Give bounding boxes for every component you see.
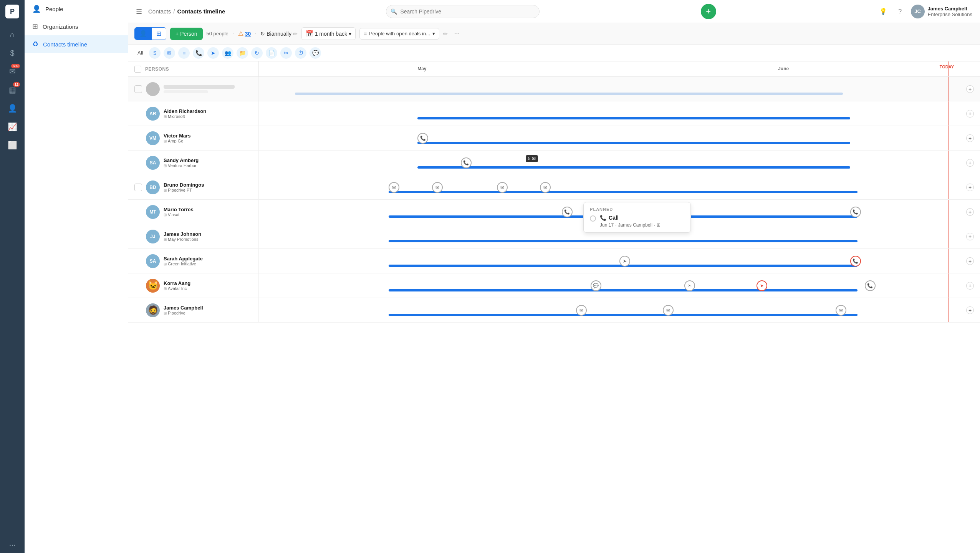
row-checkbox[interactable] [134,184,142,191]
add-row-button[interactable]: + [966,306,974,314]
email-activity-c[interactable]: ✉ [836,305,846,316]
org-name: Pipedrive [168,311,185,315]
person-name[interactable]: Aiden Richardson [164,108,252,114]
sidebar-item-organizations[interactable]: ⊞ Organizations [25,18,128,35]
filter-edit-icon[interactable]: ✏ [443,31,448,37]
today-line [949,101,949,126]
sidebar-item-contacts-timeline[interactable]: ♻ Contacts timeline [25,35,128,53]
add-row-button[interactable]: + [966,159,974,167]
tooltip-title: 📞 Call [600,215,684,221]
row-checkbox[interactable] [134,85,142,93]
add-row-button[interactable]: + [966,134,974,142]
call-activity[interactable]: 📞 [461,157,472,168]
person-name[interactable]: James Johnson [164,231,252,237]
add-row-button[interactable]: + [966,233,974,240]
date-nav-button[interactable]: 📅 1 month back ▾ [301,27,356,40]
person-name[interactable]: James Campbell [164,305,252,311]
add-row-button[interactable]: + [966,208,974,216]
warning-count[interactable]: 30 [245,31,251,37]
box-icon[interactable]: ⬜ [4,137,21,154]
email-activity-3[interactable]: ✉ [497,182,508,193]
home-icon[interactable]: ⌂ [4,26,21,43]
today-line [949,77,949,101]
add-button[interactable]: + [701,4,716,19]
note-filter-button[interactable]: ≡ [178,47,190,59]
org-icon: ⊞ [164,139,167,143]
breadcrumb-parent[interactable]: Contacts [148,8,171,15]
file-filter-button[interactable]: 📁 [237,47,248,59]
tool-activity[interactable]: ✂ [684,280,695,291]
contacts-icon[interactable]: 👤 [4,100,21,117]
person-name[interactable] [164,85,235,89]
person-name[interactable]: Sandy Amberg [164,157,252,163]
breadcrumb: Contacts / Contacts timeline [148,8,225,15]
edit-period-icon[interactable]: ✏ [293,31,298,37]
add-row-button[interactable]: + [966,184,974,191]
doc-filter-button[interactable]: 📄 [266,47,277,59]
header-checkbox[interactable] [134,66,141,73]
person-name[interactable]: Sarah Applegate [164,256,252,262]
meeting-filter-button[interactable]: 👥 [222,47,233,59]
mail-icon[interactable]: ✉ 689 [4,63,21,80]
refresh-filter-button[interactable]: ↻ [251,47,263,59]
filter-all-label[interactable]: All [134,48,146,57]
sidebar-item-people[interactable]: 👤 People [25,0,128,18]
add-icon: + [175,31,179,37]
tool-filter-button[interactable]: ✂ [280,47,292,59]
nav-activity-red[interactable]: ➤ [757,280,767,291]
email-activity-4[interactable]: ✉ [540,182,551,193]
add-row-button[interactable]: + [966,282,974,290]
table-row: 🧔 James Campbell ⊞ Pipedrive ✉ ✉ ✉ [128,298,980,323]
deal-filter-button[interactable]: $ [149,47,161,59]
filter-button[interactable]: ≡ People with open deals in... ▾ [359,28,439,40]
view-grid-button[interactable]: ⊞ [152,28,166,40]
email-activity-a[interactable]: ✉ [576,305,587,316]
person-info: Sarah Applegate ⊞ Green Initiative [164,256,252,266]
nav-activity[interactable]: ➤ [619,256,630,267]
person-name[interactable]: Korra Aang [164,280,252,286]
more-rail-icon[interactable]: ··· [4,536,21,553]
period-button[interactable]: ↻ Biannually ✏ [260,31,298,37]
view-person-button[interactable]: 👤 [135,28,152,40]
email-activity-1[interactable]: ✉ [389,182,399,193]
user-name: James Campbell [928,6,972,12]
person-name[interactable]: Mario Torres [164,207,252,212]
calendar-icon[interactable]: ▦ 12 [4,81,21,98]
chat-activity[interactable]: 💬 [591,280,601,291]
email-activity-b[interactable]: ✉ [663,305,674,316]
add-row-button[interactable]: + [966,257,974,265]
chat-filter-button[interactable]: 💬 [310,47,321,59]
user-info[interactable]: JC James Campbell Enterprise Solutions [911,5,972,18]
nav-filter-button[interactable]: ➤ [207,47,219,59]
email-filter-button[interactable]: ✉ [164,47,175,59]
dollar-icon[interactable]: $ [4,45,21,61]
app-logo[interactable]: P [5,5,19,18]
person-name[interactable]: Victor Mars [164,133,252,139]
add-person-button[interactable]: + Person [170,28,203,40]
email-activity-2[interactable]: ✉ [432,182,443,193]
person-col: SA Sarah Applegate ⊞ Green Initiative [128,249,259,273]
timeline-data: ✉ ✉ ✉ + [259,298,980,322]
call-activity-red[interactable]: 📞 [850,256,861,267]
call-activity-1[interactable]: 📞 [562,207,573,217]
person-name[interactable]: Bruno Domingos [164,182,252,188]
help-icon[interactable]: ? [894,5,906,18]
hamburger-button[interactable]: ☰ [136,7,142,16]
timeline-header: PERSONS May June TODAY [128,61,980,77]
call-activity-2[interactable]: 📞 [850,207,861,217]
call-activity-3[interactable]: 📞 [865,280,876,291]
clock-filter-button[interactable]: ⏱ [295,47,306,59]
add-row-button[interactable]: + [966,85,974,93]
call-activity[interactable]: 📞 [417,133,428,144]
call-filter-button[interactable]: 📞 [193,47,204,59]
add-row-button[interactable]: + [966,110,974,118]
lightbulb-icon[interactable]: 💡 [877,5,889,18]
icon-rail: P ⌂ $ ✉ 689 ▦ 12 👤 📈 ⬜ ··· [0,0,25,553]
search-input[interactable] [386,5,540,18]
person-org: ⊞ Ventura Harbor [164,163,252,168]
tooltip-checkbox[interactable] [590,215,596,222]
graph-icon[interactable]: 📈 [4,118,21,135]
email-badge[interactable]: 5 ✉ [526,155,538,162]
persons-label: PERSONS [145,66,169,72]
more-options-button[interactable]: ··· [452,28,462,39]
